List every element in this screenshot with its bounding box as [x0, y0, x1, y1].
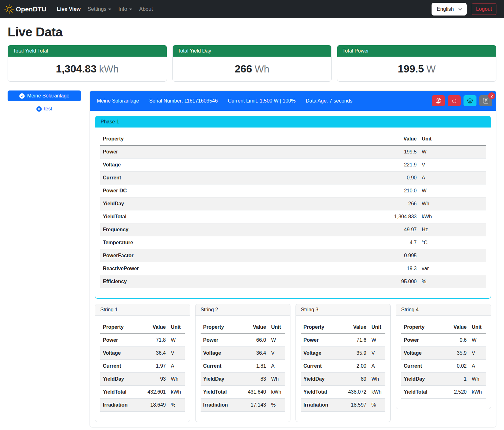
value-cell: 36.4 — [241, 347, 269, 360]
string-3-table: Property Value Unit Power71.6WVoltage35.… — [301, 321, 385, 412]
nav-item-about[interactable]: About — [136, 3, 156, 15]
value-cell: 199.5 — [378, 146, 419, 159]
phase-card-title: Phase 1 — [95, 116, 491, 128]
value-cell: 89 — [341, 373, 369, 386]
strings-grid: String 1 Property Value Unit — [95, 304, 491, 422]
value-cell: 4.7 — [378, 236, 419, 249]
table-header-row: Property Value Unit — [100, 321, 185, 334]
table-row: Temperature4.7°C — [100, 236, 486, 249]
table-row: YieldDay266Wh — [100, 197, 486, 210]
unit-cell — [419, 249, 486, 262]
limit-settings-button[interactable] — [432, 95, 445, 106]
column-header-property: Property — [100, 133, 378, 146]
column-header-value: Value — [441, 321, 469, 334]
property-cell: Power — [100, 146, 378, 159]
unit-cell: % — [369, 399, 385, 412]
value-cell: 2.00 — [341, 360, 369, 373]
unit-cell: W — [419, 146, 486, 159]
table-row: Irradiation17.143% — [201, 399, 285, 412]
value-cell: 93 — [140, 373, 168, 386]
column-header-value: Value — [378, 133, 419, 146]
string-card-title: String 2 — [196, 304, 290, 316]
property-cell: Power — [301, 334, 341, 347]
inverter-item-test[interactable]: test — [8, 106, 81, 112]
unit-cell: A — [168, 360, 185, 373]
table-row: YieldDay93Wh — [100, 373, 185, 386]
property-cell: Current — [401, 360, 441, 373]
value-cell: 71.6 — [341, 334, 369, 347]
string-2-card: String 2 Property Value Unit — [195, 304, 290, 422]
nav-item-info[interactable]: Info — [115, 3, 136, 15]
logout-button[interactable]: Logout — [472, 3, 496, 15]
total-power-card: Total Power 199.5W — [337, 45, 496, 82]
device-info-button[interactable] — [464, 95, 476, 106]
table-row: Power66.0W — [201, 334, 285, 347]
unit-cell: % — [419, 275, 486, 288]
unit-cell: kWh — [269, 386, 285, 399]
page-title: Live Data — [8, 25, 496, 39]
language-select[interactable]: English — [432, 3, 466, 16]
table-row: Current0.02A — [401, 360, 486, 373]
event-log-button[interactable]: 2 — [479, 95, 492, 106]
unit-cell: var — [419, 262, 486, 275]
unit-cell: A — [469, 360, 486, 373]
value-cell: 438.072 — [341, 386, 369, 399]
value-cell: 1 — [441, 373, 469, 386]
property-cell: YieldTotal — [100, 210, 378, 223]
power-toggle-button[interactable] — [448, 95, 461, 106]
inverter-actions: 2 — [432, 95, 492, 106]
column-header-property: Property — [100, 321, 140, 334]
top-navbar: OpenDTU Live View Settings Info About En… — [0, 0, 504, 18]
unit-cell: V — [419, 159, 486, 171]
unit-cell: W — [419, 184, 486, 197]
summary-value: 266 — [235, 63, 252, 75]
brand[interactable]: OpenDTU — [4, 4, 47, 14]
total-yield-day-card: Total Yield Day 266Wh — [172, 45, 332, 82]
value-cell: 36.4 — [140, 347, 168, 360]
table-header-row: Property Value Unit — [100, 133, 486, 146]
table-row: Current2.00A — [301, 360, 385, 373]
summary-unit: kWh — [99, 64, 119, 75]
value-cell: 35.9 — [341, 347, 369, 360]
unit-cell: kWh — [469, 386, 486, 399]
table-row: Current1.81A — [201, 360, 285, 373]
column-header-unit: Unit — [168, 321, 185, 334]
nav-item-live-view[interactable]: Live View — [53, 3, 84, 15]
nav-item-settings[interactable]: Settings — [84, 3, 115, 15]
property-cell: ReactivePower — [100, 262, 378, 275]
card-title: Total Yield Day — [173, 45, 332, 57]
value-cell: 66.0 — [241, 334, 269, 347]
journal-text-icon — [483, 98, 488, 103]
nav-item-label: Live View — [57, 6, 81, 12]
value-cell: 1,304.833 — [378, 210, 419, 223]
chevron-down-icon — [108, 9, 111, 10]
column-header-property: Property — [401, 321, 441, 334]
property-cell: PowerFactor — [100, 249, 378, 262]
value-cell: 0.02 — [441, 360, 469, 373]
unit-cell: kWh — [419, 210, 486, 223]
unit-cell: % — [168, 399, 185, 412]
check-circle-icon — [19, 93, 25, 99]
inverter-select-button[interactable]: Meine Solaranlage — [8, 90, 81, 101]
property-cell: Current — [100, 171, 378, 184]
sun-icon — [4, 4, 14, 14]
unit-cell: W — [168, 334, 185, 347]
value-cell: 18.597 — [341, 399, 369, 412]
string-1-card: String 1 Property Value Unit — [95, 304, 190, 422]
property-cell: YieldDay — [100, 197, 378, 210]
string-card-title: String 1 — [95, 304, 190, 316]
unit-cell: °C — [419, 236, 486, 249]
table-row: YieldDay1Wh — [401, 373, 486, 386]
table-header-row: Property Value Unit — [301, 321, 385, 334]
unit-cell: A — [419, 171, 486, 184]
column-header-unit: Unit — [369, 321, 385, 334]
property-cell: Power DC — [100, 184, 378, 197]
nav-item-label: Info — [118, 6, 127, 12]
table-row: Frequency49.97Hz — [100, 223, 486, 236]
phase-card: Phase 1 Property Value Unit — [95, 116, 491, 299]
property-cell: YieldDay — [100, 373, 140, 386]
property-cell: Voltage — [301, 347, 341, 360]
unit-cell: Wh — [469, 373, 486, 386]
inverter-selector-column: Meine Solaranlage test — [8, 90, 81, 112]
table-row: Voltage36.4V — [100, 347, 185, 360]
